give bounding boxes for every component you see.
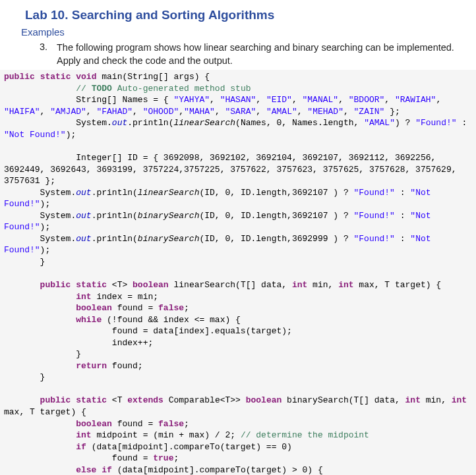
s: "AMAL" <box>266 107 297 117</box>
s: "EID" <box>266 95 292 105</box>
colon: : <box>395 188 410 198</box>
ls: linearSearch <box>138 188 200 198</box>
s: "ZAIN" <box>354 107 385 117</box>
s: "BDOOR" <box>349 95 385 105</box>
kw: boolean <box>76 303 112 313</box>
kw-public: public <box>4 72 35 82</box>
s: "HASAN" <box>220 95 256 105</box>
kw: return <box>76 361 107 371</box>
l: index++; <box>112 338 153 348</box>
kw: int <box>338 280 353 290</box>
instruction-number: 3. <box>40 42 57 67</box>
args: (ID, 0, ID.length,3692999 ) ? <box>199 234 353 244</box>
kw: false <box>158 419 184 429</box>
tern: ) ? <box>395 118 415 128</box>
colon: : <box>395 234 410 244</box>
out: out <box>76 211 91 221</box>
examples-heading: Examples <box>0 24 476 40</box>
s: "AMAL" <box>364 118 395 128</box>
sysout: System. <box>76 118 112 128</box>
s: "Found!" <box>415 118 456 128</box>
s: "Found!" <box>354 188 395 198</box>
l: found = data[index].equals(target); <box>112 326 292 336</box>
s: "MEHAD" <box>307 107 343 117</box>
ls-args: (Names, 0, Names.length, <box>235 118 364 128</box>
println: .println( <box>92 211 138 221</box>
sig: max, T target) { <box>354 280 442 290</box>
instruction-text: The following program shows how linear s… <box>57 42 476 67</box>
s: "MAHA" <box>184 107 215 117</box>
ls: linearSearch <box>173 118 235 128</box>
s: "SARA" <box>225 107 256 117</box>
l: (data[midpoint].compareTo(target) > 0) { <box>112 465 323 475</box>
kw: while <box>76 315 102 325</box>
s: "RAWIAH" <box>395 95 436 105</box>
instruction: 3. The following program shows how linea… <box>0 40 476 67</box>
kw: static <box>76 280 107 290</box>
names-end: }; <box>384 107 400 117</box>
println: .println( <box>92 234 138 244</box>
kw: extends <box>127 395 164 405</box>
bs: binarySearch <box>138 211 200 221</box>
kw-void: void <box>76 72 96 82</box>
colon: : <box>457 118 472 128</box>
brace: } <box>40 372 45 382</box>
todo: TODO <box>92 84 112 94</box>
kw: static <box>76 395 107 405</box>
sig: linearSearch(T[] data, <box>169 280 292 290</box>
id-decl: Integer[] ID = { 3692098, 3692102, 36921… <box>4 153 461 186</box>
sig: min, <box>421 395 452 405</box>
s: "OHOOD" <box>143 107 179 117</box>
kw: else <box>76 465 96 475</box>
sysout: System. <box>40 234 76 244</box>
out: out <box>76 188 91 198</box>
l: (data[midpoint].compareTo(target) == 0) <box>86 442 292 452</box>
l: midpoint = (min + max) / 2; <box>92 430 241 440</box>
kw: int <box>76 292 91 302</box>
semi: ; <box>184 419 189 429</box>
kw-static: static <box>40 72 71 82</box>
todo-rest: Auto-generated method stub <box>112 84 251 94</box>
kw: boolean <box>246 395 282 405</box>
kw: int <box>292 280 307 290</box>
bs: binarySearch <box>138 234 200 244</box>
s: "YAHYA" <box>173 95 210 105</box>
lab-title: Lab 10. Searching and Sorting Algorithms <box>0 4 476 24</box>
kw: if <box>102 465 112 475</box>
s: "Found!" <box>354 234 395 244</box>
names-decl: String[] Names = { <box>76 95 173 105</box>
semi: ; <box>184 303 189 313</box>
code-block: public static void main(String[] args) {… <box>0 70 476 475</box>
s: "FAHAD" <box>96 107 133 117</box>
s: "HAIFA" <box>4 107 40 117</box>
sig: min, <box>307 280 338 290</box>
todo-pre: // <box>76 84 91 94</box>
args: (ID, 0, ID.length,3692107 ) ? <box>199 211 353 221</box>
brace: } <box>40 257 45 267</box>
println: .println( <box>127 118 173 128</box>
l: index = min; <box>92 292 158 302</box>
kw: false <box>158 303 184 313</box>
s: "AMJAD" <box>50 107 86 117</box>
s: "Found!" <box>354 211 395 221</box>
sysout: System. <box>40 211 76 221</box>
sig: binarySearch(T[] data, <box>282 395 405 405</box>
end: ); <box>66 130 76 140</box>
kw: if <box>76 442 86 452</box>
end: ); <box>40 222 51 232</box>
kw: int <box>452 395 467 405</box>
kw: int <box>405 395 421 405</box>
l: found = <box>112 453 153 463</box>
sig: Comparable<T>> <box>164 395 246 405</box>
println: .println( <box>92 188 138 198</box>
kw: int <box>76 430 91 440</box>
args: (ID, 0, ID.length,3692107 ) ? <box>199 188 353 198</box>
sysout: System. <box>40 188 76 198</box>
s: "Not Found!" <box>4 130 66 140</box>
comment: // determine the midpoint <box>241 430 369 440</box>
colon: : <box>395 211 410 221</box>
l: (!found && index <= max) { <box>102 315 241 325</box>
s: "MANAL" <box>303 95 339 105</box>
main-sig: main(String[] args) { <box>96 72 210 82</box>
kw: boolean <box>76 419 112 429</box>
